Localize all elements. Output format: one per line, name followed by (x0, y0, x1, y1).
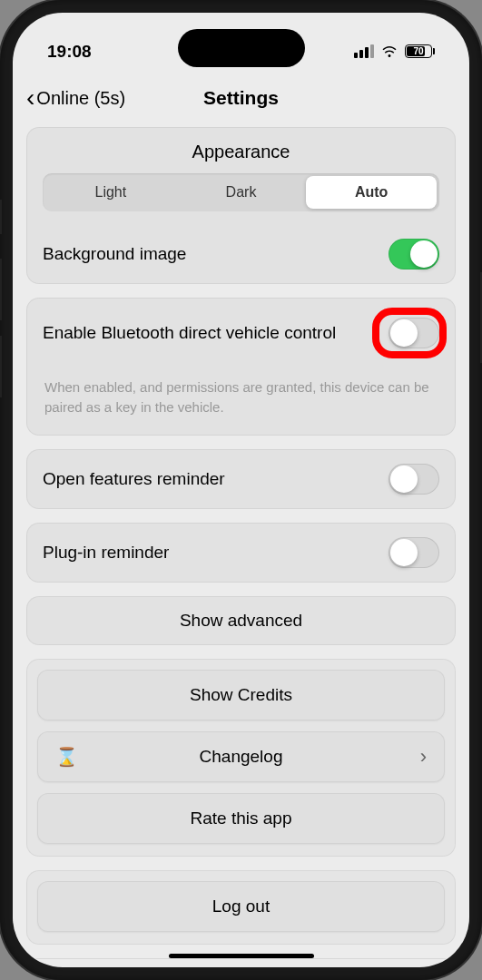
toggle-knob (390, 466, 418, 493)
screen: 19:08 70 ‹ Online (13, 13, 469, 967)
status-time: 19:08 (47, 42, 92, 62)
toggle-knob (390, 319, 418, 347)
toggle-knob (390, 539, 418, 566)
plugin-reminder-label: Plug-in reminder (43, 543, 169, 563)
theme-segmented-control[interactable]: Light Dark Auto (43, 173, 439, 211)
bluetooth-toggle[interactable] (389, 318, 439, 348)
chevron-right-icon: › (420, 745, 427, 769)
open-features-card: Open features reminder (26, 449, 456, 509)
rate-app-label: Rate this app (191, 808, 292, 828)
content-area: Appearance Light Dark Auto Background im… (13, 127, 469, 959)
show-credits-button[interactable]: Show Credits (37, 670, 445, 720)
page-title: Settings (203, 87, 279, 109)
show-advanced-card: Show advanced (26, 596, 456, 645)
wifi-icon (381, 44, 398, 60)
signal-icon (354, 44, 374, 58)
plugin-reminder-row: Plug-in reminder (26, 523, 456, 583)
phone-frame: 19:08 70 ‹ Online (0, 0, 482, 980)
open-features-label: Open features reminder (43, 469, 225, 489)
bluetooth-description: When enabled, and permissions are grante… (26, 368, 456, 436)
changelog-button[interactable]: ⌛ Changelog › (37, 731, 445, 782)
theme-auto[interactable]: Auto (306, 176, 437, 209)
bluetooth-row: Enable Bluetooth direct vehicle control (26, 298, 456, 368)
nav-bar: ‹ Online (5s) Settings (13, 72, 469, 127)
links-section: Show Credits ⌛ Changelog › Rate this app (26, 659, 456, 857)
plugin-reminder-card: Plug-in reminder (26, 523, 456, 583)
dynamic-island (178, 29, 305, 67)
battery-icon: 70 (405, 44, 435, 58)
background-image-toggle[interactable] (389, 239, 439, 270)
home-indicator[interactable] (169, 954, 314, 958)
theme-dark[interactable]: Dark (176, 176, 307, 209)
hourglass-icon: ⌛ (55, 746, 78, 768)
logout-section: Log out (26, 870, 456, 945)
bluetooth-card: Enable Bluetooth direct vehicle control … (26, 298, 456, 436)
logout-button[interactable]: Log out (37, 881, 445, 932)
appearance-header: Appearance (26, 127, 456, 173)
volume-up-button (0, 259, 2, 320)
background-image-row: Background image (26, 224, 456, 284)
open-features-toggle[interactable] (389, 464, 439, 495)
toggle-knob (410, 240, 438, 268)
back-label: Online (5s) (36, 88, 125, 109)
open-features-row: Open features reminder (26, 449, 456, 509)
back-button[interactable]: ‹ Online (5s) (26, 85, 125, 111)
background-image-label: Background image (43, 244, 186, 264)
volume-down-button (0, 336, 2, 397)
chevron-left-icon: ‹ (26, 85, 34, 111)
changelog-label: Changelog (200, 747, 283, 767)
show-credits-label: Show Credits (190, 685, 292, 705)
status-right: 70 (354, 44, 435, 60)
theme-light[interactable]: Light (45, 176, 176, 209)
show-advanced-label: Show advanced (180, 611, 302, 631)
mute-switch (0, 200, 2, 234)
bluetooth-label: Enable Bluetooth direct vehicle control (43, 323, 336, 343)
rate-app-button[interactable]: Rate this app (37, 793, 445, 844)
appearance-card: Appearance Light Dark Auto Background im… (26, 127, 456, 284)
show-advanced-button[interactable]: Show advanced (26, 596, 456, 645)
plugin-reminder-toggle[interactable] (389, 537, 439, 568)
logout-label: Log out (212, 897, 270, 916)
